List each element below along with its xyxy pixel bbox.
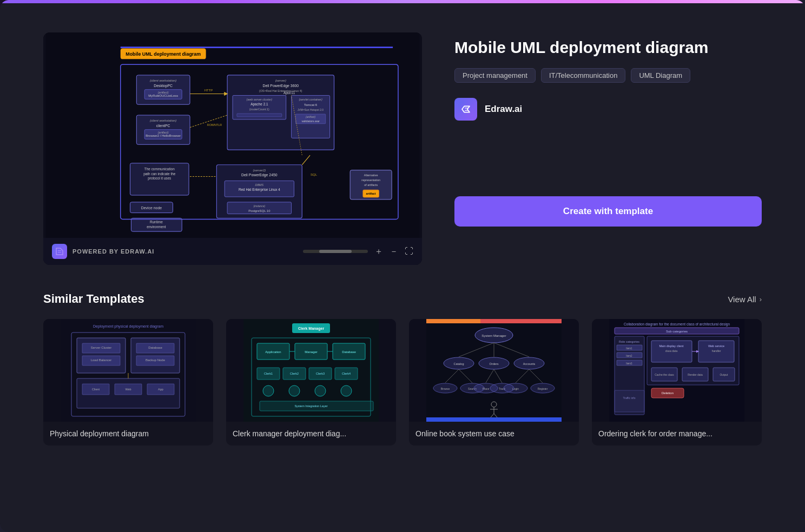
svg-rect-181 <box>615 390 644 412</box>
svg-text:Red Hat Enterprise Linux 4: Red Hat Enterprise Linux 4 <box>239 188 280 192</box>
view-all-label: View All <box>728 295 756 304</box>
svg-text:Web: Web <box>125 388 131 391</box>
svg-text:Manager: Manager <box>305 350 318 354</box>
svg-text:validators.war: validators.war <box>301 119 320 123</box>
template-thumb-2: System Manager Catalog Orders <box>409 319 579 422</box>
diagram-preview-container: Mobile UML deployment diagram {client wo… <box>43 32 422 265</box>
svg-text:Render data: Render data <box>688 373 703 376</box>
svg-text:Collaboration diagram for the : Collaboration diagram for the document c… <box>624 322 730 327</box>
author-name: Edraw.ai <box>485 104 522 115</box>
svg-text:Runtime: Runtime <box>150 220 163 224</box>
tag-2[interactable]: UML Diagram <box>631 68 690 83</box>
page-wrapper: Mobile UML deployment diagram {client wo… <box>0 0 805 532</box>
view-all-button[interactable]: View All › <box>728 295 762 304</box>
svg-text:Database: Database <box>342 350 356 354</box>
edraw-logo-toolbar <box>52 244 67 259</box>
svg-text:Clerk2: Clerk2 <box>290 372 299 375</box>
svg-text:Dell PowerEdge 2450: Dell PowerEdge 2450 <box>241 173 278 177</box>
svg-text:Dell PowerEdge 3600: Dell PowerEdge 3600 <box>263 84 299 88</box>
svg-text:Apache 2.1: Apache 2.1 <box>250 102 268 107</box>
svg-text:Orders: Orders <box>490 362 499 365</box>
svg-text:representation: representation <box>361 178 380 182</box>
svg-text:Sub categories: Sub categories <box>666 330 688 333</box>
svg-text:MyRubiOUCListLess: MyRubiOUCListLess <box>148 94 178 97</box>
horizontal-scrollbar[interactable] <box>303 250 368 253</box>
svg-text:Deletion: Deletion <box>662 391 674 395</box>
diagram-svg: Mobile UML deployment diagram {client wo… <box>43 32 422 238</box>
fullscreen-icon[interactable]: ⛶ <box>405 247 413 256</box>
svg-text:PostgreSQL 10: PostgreSQL 10 <box>248 209 270 212</box>
svg-text:{client workstation}: {client workstation} <box>150 79 176 82</box>
powered-by-text: POWERED BY EDRAW.AI <box>72 248 154 255</box>
svg-text:Main display client: Main display client <box>659 344 684 348</box>
template-card-0[interactable]: Deployment physical deployment diagram S… <box>43 319 213 445</box>
similar-templates-section: Similar Templates View All › Deployment … <box>43 292 762 445</box>
svg-text:clientPC: clientPC <box>156 124 170 128</box>
svg-text:{servlet container}: {servlet container} <box>299 98 322 101</box>
svg-text:Deployment physical deployment: Deployment physical deployment diagram <box>93 324 163 329</box>
svg-text:class data: class data <box>665 349 678 353</box>
top-gradient-bar <box>0 0 805 3</box>
toolbar-right: ＋ － ⛶ <box>303 246 413 257</box>
tag-1[interactable]: IT/Telecommunication <box>541 68 625 83</box>
author-row: Edraw.ai <box>454 98 762 121</box>
svg-text:Alternative: Alternative <box>364 174 378 177</box>
svg-text:System Integration Layer: System Integration Layer <box>294 404 327 408</box>
svg-text:Register: Register <box>538 387 548 390</box>
svg-text:environment: environment <box>147 225 166 229</box>
svg-text:{artifact}: {artifact} <box>158 91 169 94</box>
zoom-out-icon[interactable]: － <box>390 246 398 257</box>
svg-point-108 <box>263 385 274 396</box>
svg-text:ROWNTLR: ROWNTLR <box>207 123 222 127</box>
svg-point-110 <box>315 385 326 396</box>
svg-text:Load Balancer: Load Balancer <box>91 358 112 362</box>
zoom-in-icon[interactable]: ＋ <box>374 246 383 257</box>
svg-text:DesktopPC: DesktopPC <box>154 84 173 88</box>
template-label-0: Physical deployment diagram <box>43 422 213 445</box>
svg-text:Ajax/11: Ajax/11 <box>283 91 295 95</box>
top-section: Mobile UML deployment diagram {client wo… <box>43 32 762 265</box>
svg-text:Tomcat 6: Tomcat 6 <box>304 103 318 107</box>
template-thumb-0: Deployment physical deployment diagram S… <box>43 319 213 422</box>
tag-0[interactable]: Project management <box>454 68 536 83</box>
template-thumb-3: Collaboration diagram for the document c… <box>592 319 762 422</box>
edraw-logo-icon <box>458 102 473 117</box>
svg-text:{OS=Red Hat Enterprise Linux 4: {OS=Red Hat Enterprise Linux 4} <box>259 89 302 92</box>
svg-text:path can indicate the: path can indicate the <box>143 172 176 176</box>
main-content: Mobile UML deployment diagram {client wo… <box>0 0 805 467</box>
svg-text:Clerk3: Clerk3 <box>316 372 325 375</box>
svg-text:{artifact}: {artifact} <box>306 116 315 118</box>
svg-text:Web service: Web service <box>708 344 724 348</box>
svg-text:Device node: Device node <box>141 206 162 210</box>
template-label-1: Clerk manager deployment diag... <box>226 422 396 445</box>
svg-text:{client workstation}: {client workstation} <box>150 119 176 122</box>
svg-text:App: App <box>158 388 163 391</box>
svg-text:Browse: Browse <box>441 387 450 390</box>
svg-point-111 <box>341 385 352 396</box>
template-card-2[interactable]: System Manager Catalog Orders <box>409 319 579 445</box>
svg-rect-66 <box>458 102 473 117</box>
svg-text:{web server cluster}: {web server cluster} <box>247 98 273 101</box>
template-card-3[interactable]: Collaboration diagram for the document c… <box>592 319 762 445</box>
similar-section-title: Similar Templates <box>43 292 144 306</box>
template-title: Mobile UML deployment diagram <box>454 38 762 57</box>
template-label-2: Online book system use case <box>409 422 579 445</box>
svg-text:Clerk1: Clerk1 <box>264 372 273 375</box>
svg-text:Catalog: Catalog <box>454 362 464 365</box>
svg-text:Item1: Item1 <box>626 347 632 350</box>
svg-text:System Manager: System Manager <box>481 334 506 337</box>
svg-text:Item3: Item3 <box>626 362 632 365</box>
tags-container: Project management IT/Telecommunication … <box>454 68 762 83</box>
svg-text:protocol it uses: protocol it uses <box>148 176 171 181</box>
svg-text:Place: Place <box>483 387 490 390</box>
template-label-3: Ordering clerk for order manage... <box>592 422 762 445</box>
svg-text:Output: Output <box>720 373 728 376</box>
svg-text:Clerk4: Clerk4 <box>342 372 351 375</box>
svg-text:{server}: {server} <box>275 79 286 82</box>
svg-text:{server2}: {server2} <box>253 169 266 172</box>
create-with-template-button[interactable]: Create with template <box>454 196 762 227</box>
svg-text:HTTP: HTTP <box>204 89 213 92</box>
svg-text:Role categories: Role categories <box>619 340 639 343</box>
svg-text:Backup Node: Backup Node <box>146 358 166 362</box>
template-card-1[interactable]: Clerk Manager Application Manager Databa… <box>226 319 396 445</box>
